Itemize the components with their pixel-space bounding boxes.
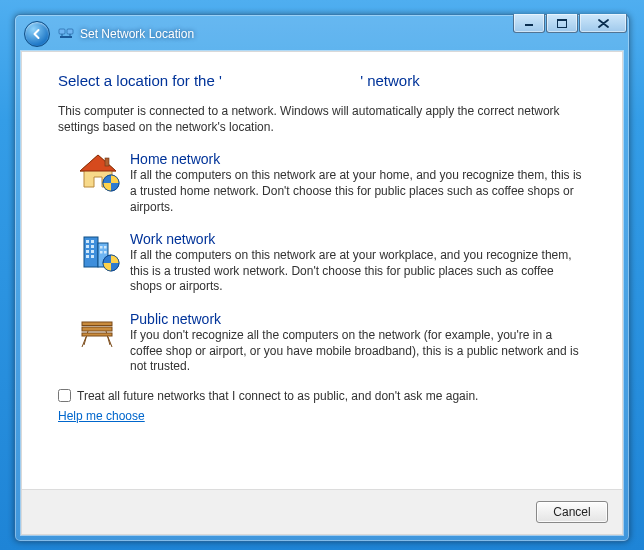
svg-rect-24 [100, 246, 103, 249]
office-building-icon [76, 233, 120, 276]
svg-rect-26 [100, 251, 103, 254]
option-home-network[interactable]: Home network If all the computers on thi… [70, 145, 586, 225]
network-icon [58, 26, 74, 42]
option-public-desc: If you don't recognize all the computers… [130, 328, 582, 375]
window-title: Set Network Location [80, 27, 194, 41]
cancel-button[interactable]: Cancel [536, 501, 608, 523]
svg-rect-10 [105, 158, 109, 166]
page-heading: Select a location for the ' ' network [58, 72, 586, 89]
option-public-title: Public network [130, 311, 582, 327]
treat-as-public-row[interactable]: Treat all future networks that I connect… [58, 389, 586, 403]
client-area: Select a location for the ' ' network Th… [21, 51, 623, 535]
svg-rect-25 [104, 246, 107, 249]
svg-marker-9 [80, 155, 116, 171]
maximize-button[interactable] [546, 14, 578, 33]
heading-suffix: ' network [360, 72, 420, 89]
option-home-desc: If all the computers on this network are… [130, 168, 582, 215]
svg-rect-7 [70, 34, 71, 37]
treat-as-public-checkbox[interactable] [58, 389, 71, 402]
option-work-desc: If all the computers on this network are… [130, 248, 582, 295]
footer: Cancel [22, 489, 622, 534]
minimize-button[interactable] [513, 14, 545, 33]
heading-prefix: Select a location for the ' [58, 72, 222, 89]
svg-line-35 [82, 337, 86, 347]
svg-rect-16 [86, 240, 89, 243]
svg-rect-2 [557, 19, 567, 21]
park-bench-icon [76, 313, 120, 356]
svg-rect-23 [91, 255, 94, 258]
house-icon [76, 153, 120, 196]
svg-rect-34 [82, 322, 112, 326]
svg-rect-27 [104, 251, 107, 254]
svg-rect-22 [86, 255, 89, 258]
svg-rect-17 [91, 240, 94, 243]
svg-rect-21 [91, 250, 94, 253]
svg-rect-3 [59, 29, 65, 34]
content: Select a location for the ' ' network Th… [22, 52, 622, 490]
svg-rect-32 [82, 327, 112, 331]
back-button[interactable] [24, 21, 50, 47]
svg-rect-18 [86, 245, 89, 248]
option-work-title: Work network [130, 231, 582, 247]
svg-rect-33 [82, 333, 112, 336]
option-work-network[interactable]: Work network If all the computers on thi… [70, 225, 586, 305]
close-button[interactable] [579, 14, 627, 33]
svg-rect-19 [91, 245, 94, 248]
svg-rect-20 [86, 250, 89, 253]
svg-rect-4 [67, 29, 73, 34]
option-public-network[interactable]: Public network If you don't recognize al… [70, 305, 586, 385]
svg-line-36 [108, 337, 112, 347]
arrow-left-icon [31, 28, 43, 40]
intro-text: This computer is connected to a network.… [58, 103, 586, 135]
option-home-title: Home network [130, 151, 582, 167]
titlebar-controls [512, 14, 627, 33]
help-me-choose-link[interactable]: Help me choose [58, 409, 145, 423]
treat-as-public-label: Treat all future networks that I connect… [77, 389, 478, 403]
svg-rect-6 [62, 34, 63, 37]
window-frame: Set Network Location Select a location f… [14, 14, 630, 542]
svg-rect-0 [525, 24, 533, 26]
